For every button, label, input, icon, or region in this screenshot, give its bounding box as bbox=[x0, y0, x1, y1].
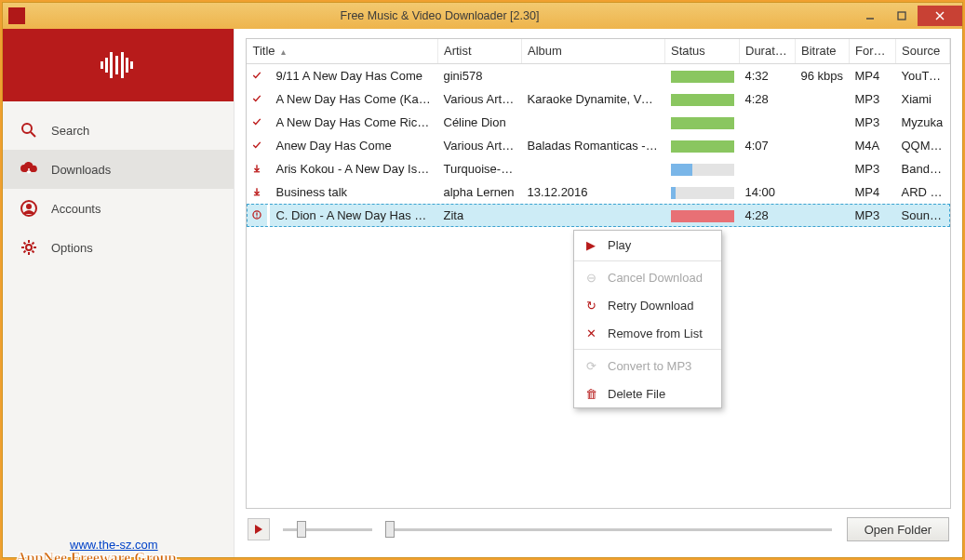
cell-album: 13.12.2016 bbox=[522, 180, 665, 204]
col-bitrate[interactable]: Bitrate bbox=[796, 39, 850, 63]
menu-remove-from-list[interactable]: ✕ Remove from List bbox=[574, 319, 721, 347]
minimize-button[interactable] bbox=[854, 6, 886, 26]
cell-bitrate bbox=[796, 157, 850, 180]
cell-source: Myzuka bbox=[896, 111, 950, 134]
downloads-table: Title▴ Artist Album Status Duration Bitr… bbox=[247, 39, 950, 227]
svg-point-15 bbox=[26, 245, 32, 250]
cell-format: MP3 bbox=[850, 204, 896, 227]
cell-artist: gini578 bbox=[438, 63, 522, 87]
window-title: Free Music & Video Downloader [2.30] bbox=[25, 9, 854, 22]
logo bbox=[3, 29, 234, 101]
cell-duration bbox=[740, 157, 796, 180]
cell-source: QQMu… bbox=[896, 134, 950, 157]
cell-status bbox=[665, 157, 740, 180]
cell-status bbox=[665, 180, 740, 204]
cell-album: Baladas Romanticas - In… bbox=[522, 134, 665, 157]
footer-toolbar: Open Folder bbox=[246, 509, 951, 550]
play-button[interactable] bbox=[248, 518, 270, 540]
cell-duration: 14:00 bbox=[740, 180, 796, 204]
maximize-button[interactable] bbox=[886, 6, 918, 26]
cell-album bbox=[522, 63, 665, 87]
svg-rect-7 bbox=[115, 56, 118, 74]
user-icon bbox=[20, 199, 38, 218]
svg-line-21 bbox=[33, 251, 34, 253]
cell-album: Karaoke Dynamite, Vol. 23 bbox=[522, 87, 665, 111]
table-row[interactable]: C. Dion - A New Day Has Co…Zita4:28MP3So… bbox=[247, 204, 949, 227]
col-duration[interactable]: Duration bbox=[740, 39, 796, 63]
sidebar-item-label: Search bbox=[51, 124, 89, 138]
title-bar[interactable]: Free Music & Video Downloader [2.30] bbox=[3, 3, 962, 29]
cell-source: BandC… bbox=[896, 157, 950, 180]
svg-rect-10 bbox=[130, 61, 133, 69]
svg-line-12 bbox=[31, 132, 35, 137]
volume-slider[interactable] bbox=[283, 521, 372, 538]
sidebar: Search Downloads Accounts Options www.th… bbox=[3, 29, 235, 557]
cell-status bbox=[665, 87, 740, 111]
cell-source: ARD M… bbox=[896, 180, 950, 204]
row-status-icon bbox=[247, 87, 267, 111]
gear-icon bbox=[20, 238, 38, 257]
cell-status bbox=[665, 204, 740, 227]
svg-rect-4 bbox=[101, 61, 103, 69]
sidebar-item-label: Downloads bbox=[51, 163, 111, 177]
table-row[interactable]: 9/11 A New Day Has Comegini5784:3296 kbp… bbox=[247, 63, 949, 87]
table-row[interactable]: A New Day Has Come (Karao…Various Artist… bbox=[247, 87, 949, 111]
cell-title: A New Day Has Come (Karao… bbox=[270, 87, 437, 111]
menu-retry-download[interactable]: ↻ Retry Download bbox=[574, 291, 721, 319]
delete-icon: 🗑 bbox=[583, 387, 598, 401]
menu-cancel-download: ⊖ Cancel Download bbox=[574, 263, 721, 291]
table-row[interactable]: Business talkalpha Lernen13.12.201614:00… bbox=[247, 180, 949, 204]
col-album[interactable]: Album bbox=[522, 39, 665, 63]
cell-artist: Céline Dion bbox=[438, 111, 522, 134]
cell-album bbox=[522, 204, 665, 227]
sidebar-item-downloads[interactable]: Downloads bbox=[3, 150, 234, 189]
window-controls bbox=[854, 6, 962, 26]
cell-source: Xiami bbox=[896, 87, 950, 111]
cell-album bbox=[522, 111, 665, 134]
context-menu: ▶ Play ⊖ Cancel Download ↻ Retry Downloa… bbox=[573, 230, 722, 408]
cell-bitrate bbox=[796, 111, 850, 134]
nav: Search Downloads Accounts Options bbox=[3, 101, 234, 267]
col-source[interactable]: Source bbox=[896, 39, 950, 63]
sidebar-item-options[interactable]: Options bbox=[3, 228, 234, 267]
col-format[interactable]: Format bbox=[850, 39, 896, 63]
row-status-icon bbox=[247, 157, 267, 180]
cell-bitrate bbox=[796, 204, 850, 227]
svg-rect-6 bbox=[110, 52, 113, 78]
sidebar-item-accounts[interactable]: Accounts bbox=[3, 189, 234, 228]
svg-point-14 bbox=[26, 204, 32, 209]
cell-duration: 4:28 bbox=[740, 204, 796, 227]
col-artist[interactable]: Artist bbox=[438, 39, 522, 63]
col-status[interactable]: Status bbox=[665, 39, 740, 63]
table-row[interactable]: Aris Kokou - A New Day Is C…Turquoise-R…… bbox=[247, 157, 949, 180]
col-title[interactable]: Title▴ bbox=[247, 39, 437, 63]
table-row[interactable]: Anew Day Has ComeVarious ArtistsBaladas … bbox=[247, 134, 949, 157]
svg-rect-9 bbox=[126, 58, 128, 73]
remove-icon: ✕ bbox=[583, 327, 598, 340]
open-folder-button[interactable]: Open Folder bbox=[847, 517, 949, 541]
svg-marker-31 bbox=[255, 525, 262, 534]
row-status-icon bbox=[247, 64, 267, 87]
cell-format: MP4 bbox=[850, 180, 896, 204]
menu-delete-file[interactable]: 🗑 Delete File bbox=[574, 380, 721, 407]
sidebar-item-label: Accounts bbox=[51, 202, 101, 216]
cell-format: MP3 bbox=[850, 111, 896, 134]
cell-format: MP3 bbox=[850, 87, 896, 111]
cell-title: 9/11 A New Day Has Come bbox=[270, 63, 437, 87]
cell-status bbox=[665, 111, 740, 134]
row-status-icon bbox=[247, 180, 267, 204]
cell-artist: Turquoise-R… bbox=[438, 157, 522, 180]
row-status-icon bbox=[247, 134, 267, 157]
seek-slider[interactable] bbox=[385, 521, 832, 538]
convert-icon: ⟳ bbox=[583, 359, 598, 373]
cell-bitrate bbox=[796, 180, 850, 204]
table-row[interactable]: A New Day Has Come Rick …Céline DionMP3M… bbox=[247, 111, 949, 134]
cell-format: MP4 bbox=[850, 63, 896, 87]
app-icon bbox=[8, 7, 25, 24]
play-icon: ▶ bbox=[583, 238, 598, 252]
menu-play[interactable]: ▶ Play bbox=[574, 231, 721, 259]
cell-title: Anew Day Has Come bbox=[270, 134, 437, 157]
sidebar-item-search[interactable]: Search bbox=[3, 111, 234, 150]
cell-title: A New Day Has Come Rick … bbox=[270, 111, 437, 134]
close-button[interactable] bbox=[918, 6, 962, 26]
